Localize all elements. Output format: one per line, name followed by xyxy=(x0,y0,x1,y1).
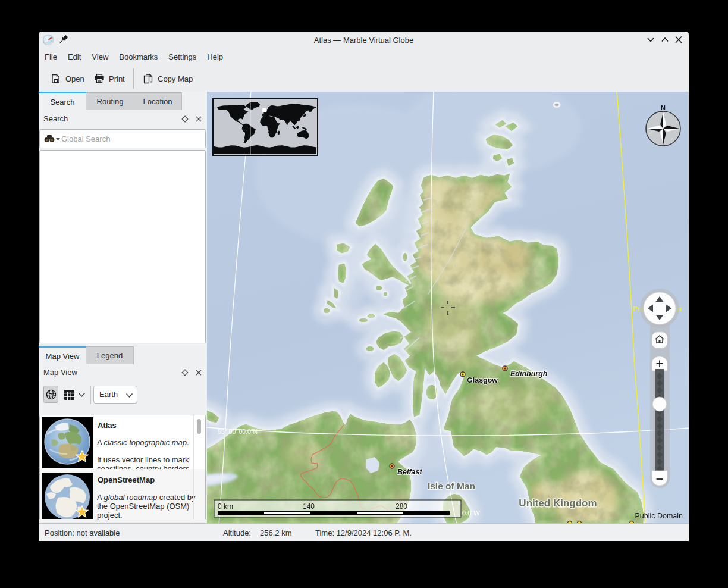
svg-text:Isle of Man: Isle of Man xyxy=(428,481,475,491)
svg-text:Public Domain: Public Domain xyxy=(635,512,683,520)
svg-text:140: 140 xyxy=(303,502,315,511)
svg-text:Edinburgh: Edinburgh xyxy=(510,370,548,378)
svg-text:280: 280 xyxy=(396,502,407,511)
svg-text:55° 00' 00.0"N: 55° 00' 00.0"N xyxy=(218,428,258,435)
svg-text:United Kingdom: United Kingdom xyxy=(519,498,597,509)
svg-text:Belfast: Belfast xyxy=(397,468,423,476)
svg-text:0.0"W: 0.0"W xyxy=(462,509,480,517)
svg-text:N: N xyxy=(661,104,666,111)
svg-text:Glasgow: Glasgow xyxy=(467,376,498,384)
svg-text:0 km: 0 km xyxy=(218,502,233,511)
